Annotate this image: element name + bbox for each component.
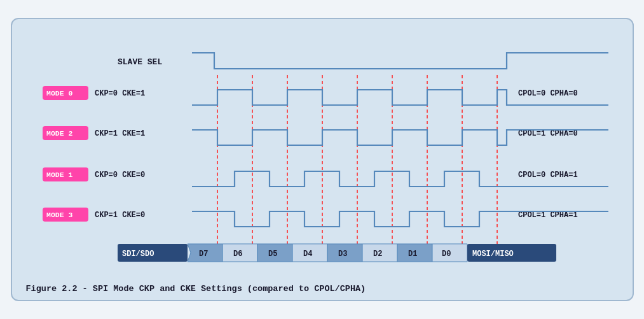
mode0-badge: MODE 0 xyxy=(46,89,73,97)
diagram-svg: .label-text { font-family: 'Courier New'… xyxy=(24,31,621,279)
d3-label: D3 xyxy=(338,250,347,259)
mode3-badge: MODE 3 xyxy=(46,211,73,219)
d1-label: D1 xyxy=(408,250,417,259)
mosi-miso-label: MOSI/MISO xyxy=(472,250,514,259)
d4-label: D4 xyxy=(303,250,312,259)
mode0-params: CKP=0 CKE=1 xyxy=(95,89,145,98)
slave-sel-label: SLAVE SEL xyxy=(118,57,162,67)
diagram-area: .label-text { font-family: 'Courier New'… xyxy=(24,31,621,279)
sdi-sdo-label: SDI/SDO xyxy=(122,250,154,259)
d0-label: D0 xyxy=(442,250,451,259)
mode1-params: CKP=0 CKE=0 xyxy=(95,171,145,180)
mode2-badge: MODE 2 xyxy=(46,129,73,138)
d5-label: D5 xyxy=(268,250,277,259)
d7-label: D7 xyxy=(199,250,208,259)
mode1-cpol: CPOL=0 CPHA=1 xyxy=(518,171,578,180)
outer-container: .label-text { font-family: 'Courier New'… xyxy=(11,18,634,301)
figure-caption: Figure 2.2 - SPI Mode CKP and CKE Settin… xyxy=(24,284,621,294)
d6-label: D6 xyxy=(233,250,242,259)
mode1-badge: MODE 1 xyxy=(46,171,73,179)
mode3-params: CKP=1 CKE=0 xyxy=(95,211,145,220)
mode0-cpol: CPOL=0 CPHA=0 xyxy=(518,89,578,98)
mode2-params: CKP=1 CKE=1 xyxy=(95,129,145,138)
d2-label: D2 xyxy=(373,250,382,259)
